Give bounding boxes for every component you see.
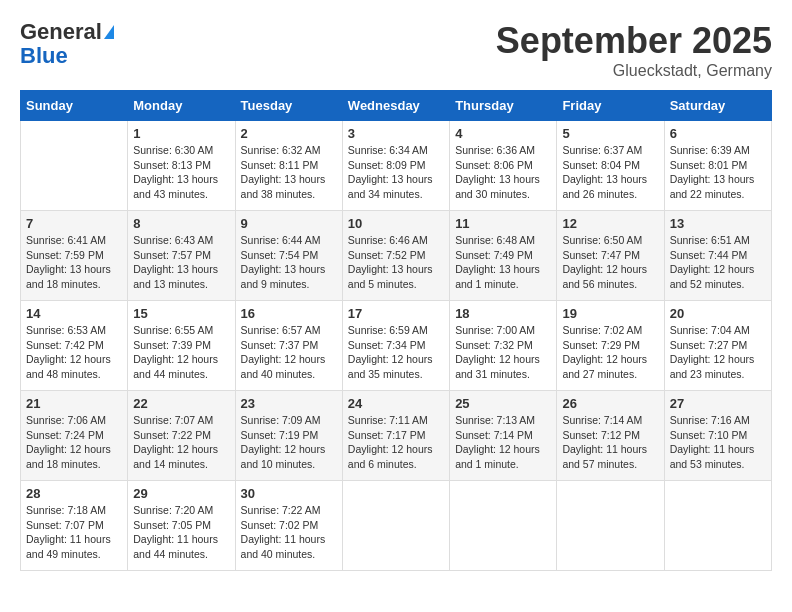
day-info: Sunrise: 6:34 AMSunset: 8:09 PMDaylight:… — [348, 143, 444, 202]
calendar-cell: 24Sunrise: 7:11 AMSunset: 7:17 PMDayligh… — [342, 391, 449, 481]
day-info: Sunrise: 6:55 AMSunset: 7:39 PMDaylight:… — [133, 323, 229, 382]
calendar-cell: 30Sunrise: 7:22 AMSunset: 7:02 PMDayligh… — [235, 481, 342, 571]
calendar-cell — [342, 481, 449, 571]
header-friday: Friday — [557, 91, 664, 121]
day-number: 25 — [455, 396, 551, 411]
week-row: 1Sunrise: 6:30 AMSunset: 8:13 PMDaylight… — [21, 121, 772, 211]
header-sunday: Sunday — [21, 91, 128, 121]
logo-triangle-icon — [104, 25, 114, 39]
logo-blue: Blue — [20, 44, 68, 68]
week-row: 7Sunrise: 6:41 AMSunset: 7:59 PMDaylight… — [21, 211, 772, 301]
day-number: 22 — [133, 396, 229, 411]
logo-general: General — [20, 20, 102, 44]
calendar-table: SundayMondayTuesdayWednesdayThursdayFrid… — [20, 90, 772, 571]
day-number: 20 — [670, 306, 766, 321]
page-header: General Blue September 2025 Glueckstadt,… — [20, 20, 772, 80]
day-number: 19 — [562, 306, 658, 321]
day-info: Sunrise: 6:37 AMSunset: 8:04 PMDaylight:… — [562, 143, 658, 202]
day-info: Sunrise: 6:32 AMSunset: 8:11 PMDaylight:… — [241, 143, 337, 202]
day-info: Sunrise: 7:11 AMSunset: 7:17 PMDaylight:… — [348, 413, 444, 472]
day-number: 13 — [670, 216, 766, 231]
calendar-cell: 10Sunrise: 6:46 AMSunset: 7:52 PMDayligh… — [342, 211, 449, 301]
week-row: 28Sunrise: 7:18 AMSunset: 7:07 PMDayligh… — [21, 481, 772, 571]
calendar-cell: 2Sunrise: 6:32 AMSunset: 8:11 PMDaylight… — [235, 121, 342, 211]
calendar-cell: 14Sunrise: 6:53 AMSunset: 7:42 PMDayligh… — [21, 301, 128, 391]
calendar-cell: 29Sunrise: 7:20 AMSunset: 7:05 PMDayligh… — [128, 481, 235, 571]
month-title: September 2025 — [496, 20, 772, 62]
calendar-cell: 9Sunrise: 6:44 AMSunset: 7:54 PMDaylight… — [235, 211, 342, 301]
day-info: Sunrise: 7:14 AMSunset: 7:12 PMDaylight:… — [562, 413, 658, 472]
calendar-cell: 18Sunrise: 7:00 AMSunset: 7:32 PMDayligh… — [450, 301, 557, 391]
day-number: 6 — [670, 126, 766, 141]
calendar-cell: 17Sunrise: 6:59 AMSunset: 7:34 PMDayligh… — [342, 301, 449, 391]
calendar-cell: 25Sunrise: 7:13 AMSunset: 7:14 PMDayligh… — [450, 391, 557, 481]
day-number: 7 — [26, 216, 122, 231]
day-info: Sunrise: 6:48 AMSunset: 7:49 PMDaylight:… — [455, 233, 551, 292]
day-info: Sunrise: 7:18 AMSunset: 7:07 PMDaylight:… — [26, 503, 122, 562]
day-number: 1 — [133, 126, 229, 141]
day-number: 26 — [562, 396, 658, 411]
day-info: Sunrise: 6:51 AMSunset: 7:44 PMDaylight:… — [670, 233, 766, 292]
location: Glueckstadt, Germany — [496, 62, 772, 80]
day-number: 5 — [562, 126, 658, 141]
day-number: 27 — [670, 396, 766, 411]
day-info: Sunrise: 7:02 AMSunset: 7:29 PMDaylight:… — [562, 323, 658, 382]
calendar-cell: 11Sunrise: 6:48 AMSunset: 7:49 PMDayligh… — [450, 211, 557, 301]
calendar-cell: 13Sunrise: 6:51 AMSunset: 7:44 PMDayligh… — [664, 211, 771, 301]
day-info: Sunrise: 6:50 AMSunset: 7:47 PMDaylight:… — [562, 233, 658, 292]
header-saturday: Saturday — [664, 91, 771, 121]
day-number: 21 — [26, 396, 122, 411]
calendar-cell — [450, 481, 557, 571]
calendar-cell: 8Sunrise: 6:43 AMSunset: 7:57 PMDaylight… — [128, 211, 235, 301]
day-info: Sunrise: 7:04 AMSunset: 7:27 PMDaylight:… — [670, 323, 766, 382]
calendar-cell: 4Sunrise: 6:36 AMSunset: 8:06 PMDaylight… — [450, 121, 557, 211]
day-info: Sunrise: 6:46 AMSunset: 7:52 PMDaylight:… — [348, 233, 444, 292]
day-info: Sunrise: 6:30 AMSunset: 8:13 PMDaylight:… — [133, 143, 229, 202]
calendar-cell — [664, 481, 771, 571]
day-info: Sunrise: 7:06 AMSunset: 7:24 PMDaylight:… — [26, 413, 122, 472]
calendar-cell: 19Sunrise: 7:02 AMSunset: 7:29 PMDayligh… — [557, 301, 664, 391]
day-info: Sunrise: 6:41 AMSunset: 7:59 PMDaylight:… — [26, 233, 122, 292]
calendar-cell: 26Sunrise: 7:14 AMSunset: 7:12 PMDayligh… — [557, 391, 664, 481]
calendar-cell: 16Sunrise: 6:57 AMSunset: 7:37 PMDayligh… — [235, 301, 342, 391]
day-info: Sunrise: 6:43 AMSunset: 7:57 PMDaylight:… — [133, 233, 229, 292]
day-info: Sunrise: 6:36 AMSunset: 8:06 PMDaylight:… — [455, 143, 551, 202]
calendar-cell: 20Sunrise: 7:04 AMSunset: 7:27 PMDayligh… — [664, 301, 771, 391]
day-number: 24 — [348, 396, 444, 411]
calendar-cell: 6Sunrise: 6:39 AMSunset: 8:01 PMDaylight… — [664, 121, 771, 211]
calendar-cell: 15Sunrise: 6:55 AMSunset: 7:39 PMDayligh… — [128, 301, 235, 391]
day-info: Sunrise: 6:59 AMSunset: 7:34 PMDaylight:… — [348, 323, 444, 382]
day-number: 4 — [455, 126, 551, 141]
calendar-cell: 12Sunrise: 6:50 AMSunset: 7:47 PMDayligh… — [557, 211, 664, 301]
day-number: 28 — [26, 486, 122, 501]
calendar-cell: 7Sunrise: 6:41 AMSunset: 7:59 PMDaylight… — [21, 211, 128, 301]
header-thursday: Thursday — [450, 91, 557, 121]
day-info: Sunrise: 7:20 AMSunset: 7:05 PMDaylight:… — [133, 503, 229, 562]
day-info: Sunrise: 6:39 AMSunset: 8:01 PMDaylight:… — [670, 143, 766, 202]
day-number: 29 — [133, 486, 229, 501]
calendar-cell: 28Sunrise: 7:18 AMSunset: 7:07 PMDayligh… — [21, 481, 128, 571]
day-info: Sunrise: 6:53 AMSunset: 7:42 PMDaylight:… — [26, 323, 122, 382]
day-number: 3 — [348, 126, 444, 141]
day-info: Sunrise: 7:13 AMSunset: 7:14 PMDaylight:… — [455, 413, 551, 472]
day-info: Sunrise: 6:57 AMSunset: 7:37 PMDaylight:… — [241, 323, 337, 382]
calendar-cell — [21, 121, 128, 211]
week-row: 21Sunrise: 7:06 AMSunset: 7:24 PMDayligh… — [21, 391, 772, 481]
day-number: 2 — [241, 126, 337, 141]
calendar-cell: 5Sunrise: 6:37 AMSunset: 8:04 PMDaylight… — [557, 121, 664, 211]
day-info: Sunrise: 7:00 AMSunset: 7:32 PMDaylight:… — [455, 323, 551, 382]
day-number: 12 — [562, 216, 658, 231]
logo: General Blue — [20, 20, 114, 68]
calendar-cell: 27Sunrise: 7:16 AMSunset: 7:10 PMDayligh… — [664, 391, 771, 481]
calendar-cell: 3Sunrise: 6:34 AMSunset: 8:09 PMDaylight… — [342, 121, 449, 211]
header-monday: Monday — [128, 91, 235, 121]
week-row: 14Sunrise: 6:53 AMSunset: 7:42 PMDayligh… — [21, 301, 772, 391]
calendar-cell: 22Sunrise: 7:07 AMSunset: 7:22 PMDayligh… — [128, 391, 235, 481]
day-number: 11 — [455, 216, 551, 231]
header-row: SundayMondayTuesdayWednesdayThursdayFrid… — [21, 91, 772, 121]
day-info: Sunrise: 7:07 AMSunset: 7:22 PMDaylight:… — [133, 413, 229, 472]
header-tuesday: Tuesday — [235, 91, 342, 121]
day-number: 16 — [241, 306, 337, 321]
day-number: 10 — [348, 216, 444, 231]
day-number: 23 — [241, 396, 337, 411]
